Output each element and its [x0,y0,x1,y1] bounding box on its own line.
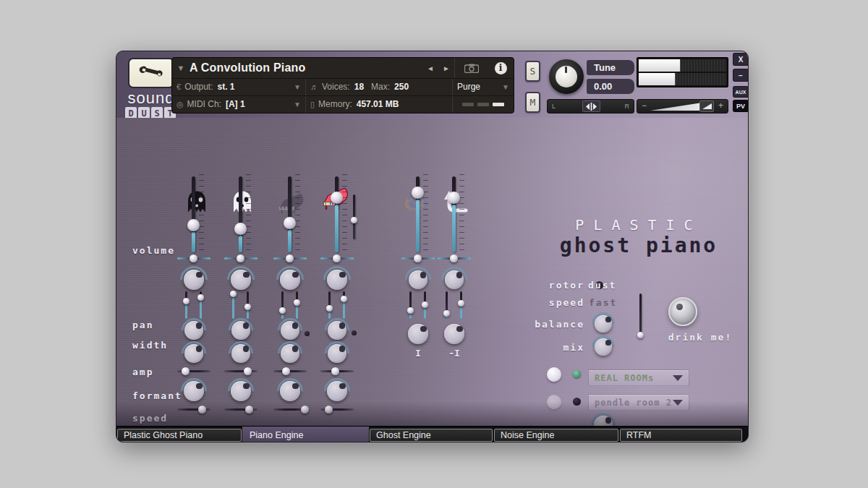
ch5-phase-knob[interactable] [408,324,428,344]
aux-button[interactable]: AUX [733,86,749,98]
mute-button[interactable]: M [525,92,540,113]
ch3-amp-release-handle[interactable] [294,299,300,306]
ch6-pan-handle[interactable] [450,254,458,262]
ir-room-select[interactable]: pendle room 2 [588,394,689,411]
ch4-pan-handle[interactable] [333,254,341,262]
ch2-speed-knob[interactable] [231,344,250,363]
pv-button[interactable]: PV [733,100,749,112]
tune-value[interactable]: 0.00 [587,79,634,94]
output-select[interactable]: € Output: st. 1 ▼ [172,79,306,95]
ch2-tremolo-knob[interactable] [231,381,251,401]
ch3-speed-knob[interactable] [281,344,299,363]
tab-rtfm[interactable]: RTFM [620,429,742,442]
ch3-volume-handle[interactable] [284,217,296,229]
ch4-width-knob[interactable] [327,270,347,290]
tab-noise-engine[interactable]: Noise Engine [494,429,618,442]
ch2-speed-depth-slider[interactable] [224,370,258,372]
close-button[interactable]: X [733,53,749,66]
ch2-amp-attack-handle[interactable] [230,291,237,297]
tab-ghost-engine[interactable]: Ghost Engine [370,429,493,442]
ch2-amp-release-handle[interactable] [244,304,251,310]
ch3-pan-handle[interactable] [286,254,294,262]
ch5-width-knob[interactable] [409,270,427,289]
tab-plastic-ghost-piano[interactable]: Plastic Ghost Piano [117,429,242,442]
ch4-amp-attack-handle[interactable] [326,305,333,312]
snapshot-camera-icon[interactable] [454,58,488,78]
master-volume-slider[interactable]: − + [637,99,728,114]
ch4-tremolo-depth-handle[interactable] [325,406,333,414]
solo-button[interactable]: S [525,61,540,82]
rotor-speed-value[interactable]: fast [589,297,617,308]
ch6-width-knob[interactable] [445,270,464,289]
ir-bank-select[interactable]: REAL ROOMs [588,369,689,386]
ch1-width-knob[interactable] [184,270,204,290]
ch3-speed-depth-slider[interactable] [273,370,307,372]
ch4-tremolo-knob[interactable] [327,381,347,401]
ch1-pan-handle[interactable] [190,254,197,262]
black-ghost-icon[interactable] [183,187,210,218]
ch4-amp-release-handle[interactable] [341,296,347,302]
ch2-volume-handle[interactable] [234,223,247,235]
ch5-amp-release-handle[interactable] [422,301,428,308]
ir-bank-led[interactable] [573,370,581,378]
ch4-aux-handle[interactable] [351,217,357,223]
pan-handle[interactable] [582,100,600,112]
ch3-led-dot[interactable] [305,331,310,336]
volume-handle[interactable] [699,100,714,112]
ch4-volume-handle[interactable] [331,192,343,204]
instrument-name-line2: ghost piano [530,234,747,257]
ch3-formant-knob[interactable] [281,321,299,340]
balance-knob[interactable] [595,315,612,333]
ch2-width-knob[interactable] [231,270,251,290]
ch6-amp-attack-handle[interactable] [443,310,450,317]
ch1-speed-depth-handle[interactable] [182,367,190,375]
ch4-speed-depth-handle[interactable] [331,367,339,375]
edit-instrument-button[interactable] [128,58,174,88]
tune-knob[interactable] [549,59,584,94]
prev-instrument-arrow-icon[interactable]: ◄ [422,64,438,72]
info-button[interactable]: i [488,62,514,74]
ch6-amp-release-handle[interactable] [458,300,464,307]
ir-room-led[interactable] [573,398,581,406]
ch3-speed-depth-handle[interactable] [282,367,290,375]
mix-knob[interactable] [595,338,612,356]
ch3-width-knob[interactable] [280,270,300,290]
next-instrument-arrow-icon[interactable]: ► [438,64,454,72]
ch2-speed-depth-handle[interactable] [244,367,252,375]
ch4-led-dot[interactable] [352,330,357,335]
output-dropdown-icon[interactable]: ▼ [294,83,301,91]
ch4-formant-knob[interactable] [328,321,346,340]
midi-channel-select[interactable]: ◎ MIDI Ch: [A] 1 ▼ [172,96,306,113]
instrument-dropdown-icon[interactable]: ▼ [172,64,190,72]
ch6-send-handle[interactable] [448,192,460,204]
ch1-tremolo-knob[interactable] [184,381,204,401]
ch4-speed-knob[interactable] [328,344,346,363]
dust-handle[interactable] [637,332,644,338]
ch2-formant-knob[interactable] [231,321,250,340]
ch1-amp-release-handle[interactable] [197,294,204,301]
purge-menu[interactable]: Purge ▼ [453,79,514,95]
tab-piano-engine[interactable]: Piano Engine [242,427,369,443]
ir-bank-enable-button[interactable] [547,367,561,382]
minimize-button[interactable]: − [733,69,749,82]
ch3-amp-attack-handle[interactable] [279,307,286,314]
ch1-formant-knob[interactable] [184,321,203,340]
dust-slider[interactable] [639,294,642,336]
master-pan-slider[interactable]: L R [547,99,634,114]
ch2-pan-handle[interactable] [237,254,244,262]
ch5-pan-handle[interactable] [414,254,422,262]
ir-room-enable-button[interactable] [547,395,561,409]
ch5-send-handle[interactable] [412,187,424,199]
ch1-speed-knob[interactable] [184,344,203,363]
ch3-tremolo-depth-handle[interactable] [301,406,309,414]
drink-me-knob[interactable] [668,297,697,326]
ch3-tremolo-knob[interactable] [280,381,300,401]
ch5-amp-attack-handle[interactable] [407,307,414,314]
ch1-volume-handle[interactable] [187,219,200,231]
ch1-tremolo-depth-handle[interactable] [198,406,206,414]
midi-dropdown-icon[interactable]: ▼ [294,100,301,108]
ch1-amp-attack-handle[interactable] [183,298,190,304]
ch6-phase-knob[interactable] [444,324,464,344]
white-ghost-icon[interactable] [229,187,256,218]
ch2-tremolo-depth-handle[interactable] [245,406,253,414]
